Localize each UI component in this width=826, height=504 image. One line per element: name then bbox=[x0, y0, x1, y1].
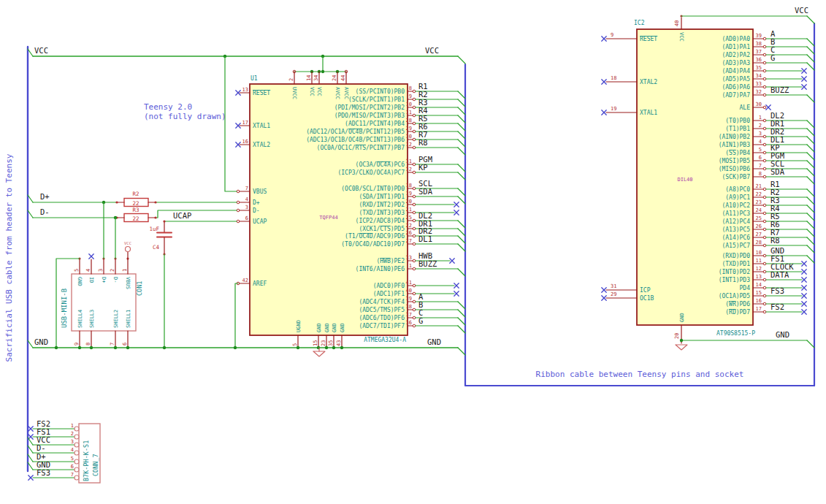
pin-end-circle bbox=[413, 227, 416, 230]
pin-end-circle bbox=[237, 201, 240, 204]
pin-name: GND bbox=[316, 323, 322, 332]
bus-entry bbox=[458, 221, 465, 228]
pin-end-dot bbox=[154, 201, 156, 203]
pin-name: UVCC bbox=[291, 87, 297, 99]
pin-number: 36 bbox=[406, 320, 412, 326]
pin-end-circle bbox=[763, 143, 766, 146]
teensy-note-line1: Teensy 2.0 bbox=[144, 102, 192, 112]
pin-number: 26 bbox=[406, 230, 412, 236]
pin-number: 39 bbox=[756, 33, 762, 39]
pin-name: (TXD)PD1 bbox=[722, 261, 750, 267]
pin-number: 12 bbox=[406, 142, 412, 148]
pin-name: VCC bbox=[316, 87, 322, 96]
pin-name: (A13)PC5 bbox=[722, 226, 750, 233]
bus-entry bbox=[807, 16, 814, 23]
pin-name: (T1/OC4D/ADC9)PD6 bbox=[345, 233, 405, 240]
bus-entry bbox=[458, 99, 465, 107]
pin-name: D+ bbox=[253, 199, 260, 206]
pin-name: VCC bbox=[309, 87, 315, 96]
u1-value: ATMEGA32U4-A bbox=[364, 337, 406, 343]
pin-name: (T0)PB0 bbox=[725, 118, 750, 124]
junction-dot bbox=[78, 346, 81, 349]
bus-entry bbox=[807, 256, 814, 263]
pin-name: (TXD/INT3)PD3 bbox=[359, 210, 405, 216]
conn7-pin-circle bbox=[74, 467, 79, 472]
dplus-net-label: D+ bbox=[40, 192, 50, 201]
pin-number: 22 bbox=[406, 223, 412, 229]
conn7-reference: CONN_7 bbox=[92, 454, 99, 476]
net-label: D- bbox=[37, 443, 46, 452]
pin-number: 40 bbox=[406, 288, 412, 294]
r2-reference: R2 bbox=[132, 191, 139, 197]
pin-name: (INT0)PD2 bbox=[719, 269, 751, 275]
bus-entry bbox=[458, 318, 465, 325]
pin-number: 7 bbox=[245, 186, 248, 191]
pin-name: (OC3A/OC4A)PC6 bbox=[356, 161, 405, 168]
pin-name: SHELL4 bbox=[77, 310, 83, 328]
bus-entry bbox=[458, 148, 465, 155]
pin-end-circle bbox=[763, 167, 766, 170]
pin-number: 30 bbox=[756, 102, 762, 107]
pin-number: 24 bbox=[756, 207, 762, 213]
pin-end-circle bbox=[413, 243, 416, 245]
pin-name: (SS/PCINT0)PB0 bbox=[356, 88, 405, 95]
bus-entry bbox=[458, 236, 465, 243]
gnd-net-label: GND bbox=[776, 330, 789, 339]
pin-number: 4 bbox=[85, 269, 91, 272]
con1-reference: CON1 bbox=[136, 281, 143, 296]
pin-number: 5 bbox=[71, 456, 74, 462]
junction-dot bbox=[321, 70, 324, 73]
schematic-page: 13RESET17XTAL116XTAL27VBUS4D+3D-6UCAP42A… bbox=[0, 0, 826, 504]
pin-name: (ADC7/TDI)PF7 bbox=[359, 323, 405, 329]
junction-dot bbox=[55, 346, 58, 349]
bus-entry bbox=[458, 244, 465, 251]
r3-value: 22 bbox=[132, 215, 139, 222]
pin-name: (RXD)PD0 bbox=[722, 253, 750, 259]
pin-number: 8 bbox=[85, 343, 91, 345]
pin-name: (ICP2/ADC8)PD4 bbox=[356, 218, 405, 224]
pin-name: (ADC4/TCK)PF4 bbox=[359, 299, 405, 305]
wire bbox=[156, 210, 237, 218]
pin-name: OC1B bbox=[640, 295, 654, 302]
pin-name: (RXD/INT2)PD2 bbox=[359, 202, 405, 208]
pin-number: 1 bbox=[122, 269, 128, 272]
pin-name: (SS)PB4 bbox=[725, 150, 750, 156]
pin-end-circle bbox=[763, 286, 766, 289]
pin-end-circle bbox=[413, 171, 416, 174]
pin-name: (A14)PC6 bbox=[722, 234, 750, 241]
pin-number: 11 bbox=[406, 110, 412, 115]
pin-end-circle bbox=[763, 135, 766, 138]
pin-end-circle bbox=[763, 69, 766, 72]
pin-end-circle bbox=[763, 61, 766, 64]
net-label: DL1 bbox=[418, 234, 432, 243]
pin-number: 27 bbox=[406, 238, 412, 244]
net-label: BUZZ bbox=[770, 85, 789, 94]
pin-number: 23 bbox=[321, 340, 326, 346]
pin-number: 38 bbox=[406, 304, 412, 310]
pin-name: GND bbox=[332, 323, 337, 332]
pin-end-circle bbox=[763, 310, 766, 313]
pin-end-circle bbox=[413, 308, 416, 311]
pin-number: 4 bbox=[759, 139, 762, 145]
bus-entry bbox=[807, 145, 814, 152]
pin-end-circle bbox=[763, 262, 766, 265]
pin-name: (AD4)PA4 bbox=[722, 68, 750, 75]
pin-end-circle bbox=[763, 93, 766, 96]
pin-name: (MISO)PB6 bbox=[719, 166, 751, 172]
pin-number: 35 bbox=[756, 65, 762, 71]
pin-number: 17 bbox=[756, 306, 762, 312]
pin-end-circle bbox=[413, 300, 416, 303]
pin-number: 14 bbox=[306, 75, 312, 81]
teensy-note-line2: (not fully drawn) bbox=[144, 112, 226, 121]
pin-end-dot bbox=[163, 220, 165, 222]
r2-value: 22 bbox=[132, 200, 139, 207]
bus-entry bbox=[458, 107, 465, 115]
bus-entry bbox=[458, 310, 465, 317]
pin-number: 44 bbox=[340, 75, 346, 81]
pin-end-circle bbox=[413, 146, 416, 149]
pin-number: 28 bbox=[756, 240, 762, 245]
pin-number: 20 bbox=[674, 333, 680, 339]
pin-end-circle bbox=[413, 267, 416, 270]
pin-name: ID bbox=[88, 277, 94, 283]
pin-number: 2 bbox=[71, 431, 74, 437]
